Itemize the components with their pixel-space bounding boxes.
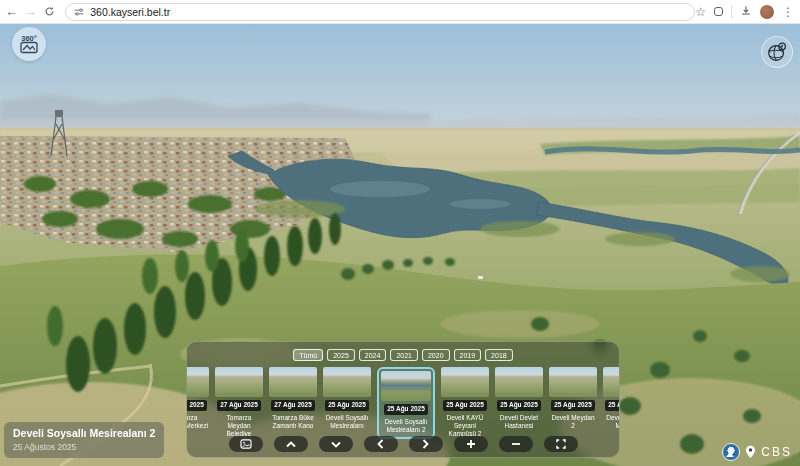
location-pin-icon bbox=[745, 445, 756, 459]
panorama-thumbnail[interactable] bbox=[603, 367, 619, 397]
thumbnail-title: Develi Gençlik Merkezi bbox=[603, 414, 619, 431]
location-title: Develi Soysallı Mesirealanı 2 bbox=[13, 427, 155, 439]
viewer-logo-360-text: 360° bbox=[21, 34, 37, 43]
browser-toolbar: ← → 360.kayseri.bel.tr ☆ ⋮ bbox=[0, 0, 800, 24]
carousel-item[interactable]: 27 Ağu 2025 Tomarza Büke Zamantı Kano bbox=[269, 367, 317, 430]
carousel-item[interactable]: 25 Ağu 2025 Develi Soysallı Mesirealanı bbox=[323, 367, 371, 430]
pan-down-button[interactable] bbox=[319, 436, 353, 452]
panorama-thumbnail[interactable] bbox=[269, 367, 317, 397]
year-filter-chip[interactable]: 2020 bbox=[422, 349, 450, 361]
mountains-icon bbox=[23, 46, 35, 51]
panorama-thumbnail[interactable] bbox=[215, 367, 263, 397]
thumbnail-title: Tomarza Büke Zamantı Kano bbox=[269, 414, 317, 431]
zoom-out-button[interactable] bbox=[499, 436, 533, 452]
cbs-attribution[interactable]: CBS bbox=[722, 443, 792, 461]
thumbnail-date-badge: 27 Ağu 2025 bbox=[271, 400, 315, 411]
download-icon[interactable] bbox=[740, 3, 752, 21]
pan-left-button[interactable] bbox=[364, 436, 398, 452]
year-filter-chip[interactable]: 2018 bbox=[485, 349, 513, 361]
panorama-thumbnail[interactable] bbox=[323, 367, 371, 397]
thumbnail-date-badge: 25 Ağu 2025 bbox=[497, 400, 541, 411]
zoom-in-button[interactable] bbox=[454, 436, 488, 452]
location-info-box: Develi Soysallı Mesirealanı 2 25 Ağustos… bbox=[4, 422, 164, 458]
pan-up-button[interactable] bbox=[274, 436, 308, 452]
thumbnail-date-badge: 27 Ağu 2025 bbox=[217, 400, 261, 411]
thumbnail-date-badge: 25 Ağu 2025 bbox=[443, 400, 487, 411]
toolbar-divider bbox=[731, 6, 732, 18]
profile-avatar[interactable] bbox=[760, 5, 774, 19]
thumbnail-date-badge: 25 Ağu 2025 bbox=[325, 400, 369, 411]
globe-pin-icon bbox=[766, 41, 788, 63]
thumbnail-date-badge: 27 Ağu 2025 bbox=[187, 400, 207, 411]
thumbnail-title: Develi Soysallı Mesirealanı 2 bbox=[380, 418, 432, 435]
year-filter-chip[interactable]: Tümü bbox=[293, 349, 323, 361]
carousel-item[interactable]: 27 Ağu 2025 Tomarza Gençlik Merkezi 2 bbox=[187, 367, 209, 439]
carousel-item[interactable]: 25 Ağu 2025 Develi Soysallı Mesirealanı … bbox=[377, 367, 435, 439]
forward-icon[interactable]: → bbox=[23, 3, 38, 21]
thumbnail-title: Develi Devlet Hastanesi bbox=[495, 414, 543, 431]
thumbnail-title: Develi Meydan 2 bbox=[549, 414, 597, 431]
thumbnail-carousel[interactable]: 27 Ağu 2025 Tomarza Gençlik Merkezi 2 27… bbox=[187, 367, 619, 439]
carousel-item[interactable]: 27 Ağu 2025 Tomarza Meydan Belediye bbox=[215, 367, 263, 439]
reload-icon[interactable] bbox=[42, 3, 57, 21]
year-filter-chip[interactable]: 2019 bbox=[454, 349, 482, 361]
year-filter-tabs: Tümü202520242021202020192018 bbox=[187, 349, 619, 361]
panorama-thumbnail[interactable] bbox=[187, 367, 209, 397]
address-bar[interactable]: 360.kayseri.bel.tr bbox=[65, 3, 695, 21]
viewer-controls bbox=[187, 436, 619, 452]
thumbnail-date-badge: 25 Ağu 2025 bbox=[605, 400, 619, 411]
thumbnail-date-badge: 25 Ağu 2025 bbox=[384, 404, 428, 415]
site-settings-icon[interactable] bbox=[74, 3, 84, 21]
viewer-logo-badge[interactable]: 360° bbox=[12, 27, 46, 61]
carousel-item[interactable]: 25 Ağu 2025 Develi Meydan 2 bbox=[549, 367, 597, 430]
fullscreen-button[interactable] bbox=[544, 436, 578, 452]
app-window: ← → 360.kayseri.bel.tr ☆ ⋮ bbox=[0, 0, 800, 466]
bookmark-star-icon[interactable]: ☆ bbox=[695, 6, 706, 18]
carousel-item[interactable]: 25 Ağu 2025 Develi Gençlik Merkezi bbox=[603, 367, 619, 430]
gallery-panel: Tümü202520242021202020192018 27 Ağu 2025… bbox=[186, 341, 620, 458]
url-text[interactable]: 360.kayseri.bel.tr bbox=[90, 6, 170, 18]
carousel-item[interactable]: 25 Ağu 2025 Develi KAYÜ Seyrani Kampüsü … bbox=[441, 367, 489, 439]
year-filter-chip[interactable]: 2021 bbox=[390, 349, 418, 361]
gallery-button[interactable] bbox=[229, 436, 263, 452]
panorama-thumbnail[interactable] bbox=[381, 371, 431, 401]
pan-right-button[interactable] bbox=[409, 436, 443, 452]
carousel-item[interactable]: 25 Ağu 2025 Develi Devlet Hastanesi bbox=[495, 367, 543, 430]
map-view-button[interactable] bbox=[761, 36, 793, 68]
menu-kebab-icon[interactable]: ⋮ bbox=[782, 6, 794, 18]
year-filter-chip[interactable]: 2025 bbox=[327, 349, 355, 361]
side-panel-icon[interactable] bbox=[714, 7, 723, 16]
thumbnail-title: Develi Soysallı Mesirealanı bbox=[323, 414, 371, 431]
panorama-thumbnail[interactable] bbox=[495, 367, 543, 397]
thumbnail-date-badge: 25 Ağu 2025 bbox=[551, 400, 595, 411]
panorama-thumbnail[interactable] bbox=[549, 367, 597, 397]
cbs-label: CBS bbox=[761, 445, 792, 459]
location-date: 25 Ağustos 2025 bbox=[13, 442, 155, 452]
back-icon[interactable]: ← bbox=[4, 3, 19, 21]
municipality-logo bbox=[722, 443, 740, 461]
year-filter-chip[interactable]: 2024 bbox=[359, 349, 387, 361]
panorama-thumbnail[interactable] bbox=[441, 367, 489, 397]
